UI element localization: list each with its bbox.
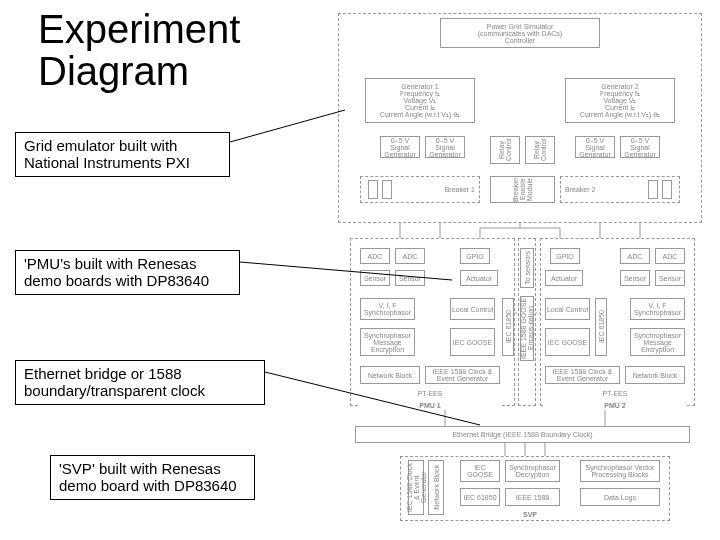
diagram-controller: Power Grid Simulator (communicates with … <box>440 18 600 48</box>
pmu2-clockgen: IEEE 1588 Clock & Event Generator <box>545 366 620 384</box>
diagram-gen2-f: Frequency f₂ <box>600 90 640 97</box>
diagram-relay-left: Relay Control <box>490 136 520 164</box>
pmu1-adc2: ADC <box>395 248 425 264</box>
svp-right1: Synchrophasor Vector Processing Blocks <box>580 460 660 482</box>
diagram-gen1-a: Current Angle (w.r.t V₁) θ₁ <box>380 111 460 118</box>
diagram-breaker-enable: Breaker Enable Module <box>490 176 555 203</box>
diagram-breaker1-sw2 <box>382 180 392 199</box>
pmu2-iec-side-label: IEC 61850 <box>598 310 605 343</box>
diagram-controller-l1: Power Grid Simulator <box>487 23 554 30</box>
diagram-gen1-v: Voltage V₁ <box>404 97 437 104</box>
mid-ieee-goose-label: IEEE 1588 GOOSE Encapsulation <box>520 297 534 360</box>
pmu1-adc1: ADC <box>360 248 390 264</box>
diagram-relay-right: Relay Control <box>525 136 555 164</box>
pmu2-sensor1: Sensor <box>620 270 650 286</box>
diagram-gen1-f: Frequency f₁ <box>400 90 440 97</box>
diagram-gen2-i: Current I₂ <box>605 104 635 111</box>
pmu1-netblock: Network Block <box>360 366 420 384</box>
pmu2-ptees: PT-EES <box>545 388 685 398</box>
diagram-gen2-v: Voltage V₂ <box>604 97 637 104</box>
svg-line-0 <box>230 110 345 142</box>
diagram-breaker1: Breaker 1 <box>360 176 480 203</box>
svp-left1: IEC 1588 Clock & Event Generator <box>408 460 424 515</box>
svp-right2: Data Logs <box>580 488 660 506</box>
pmu2-sensor2: Sensor <box>655 270 685 286</box>
pmu1-gpio: GPIO <box>460 248 490 264</box>
pmu1-encrypt: Synchrophasor Message Encryption <box>360 328 415 356</box>
pmu2-label: PMU 2 <box>545 400 685 410</box>
pmu2-iec-side: IEC 61850 <box>595 298 607 356</box>
callout-ethernet-bridge: Ethernet bridge or 1588 boundary/transpa… <box>15 360 265 405</box>
pmu1-localctrl: Local Control <box>450 298 495 320</box>
diagram-breaker2-sw1 <box>648 180 658 199</box>
diagram-breaker-enable-label: Breaker Enable Module <box>512 177 533 202</box>
diagram-gen1-title: Generator 1 <box>401 83 438 90</box>
diagram-breaker2-sw2 <box>662 180 672 199</box>
callout-grid-emulator: Grid emulator built with National Instru… <box>15 132 230 177</box>
diagram-gen2: Generator 2 Frequency f₂ Voltage V₂ Curr… <box>565 78 675 123</box>
pmu2-gpio: GPIO <box>550 248 580 264</box>
diagram-siggen-2b: 0–5 V Signal Generator <box>620 136 660 158</box>
pmu1-sensor2: Sensor <box>395 270 425 286</box>
svp-left2-label: Network Block <box>433 465 440 510</box>
svp-mid2b: IEEE 1588 <box>505 488 560 506</box>
diagram-siggen-1a: 0–5 V Signal Generator <box>380 136 420 158</box>
title-line1: Experiment <box>38 7 240 51</box>
pmu2-encrypt: Synchrophasor Message Encryption <box>630 328 685 356</box>
pmu1-iec-side-label: IEC 61850 <box>505 310 512 343</box>
pmu1-iec-side: IEC 61850 <box>502 298 514 356</box>
pmu2-netblock: Network Block <box>625 366 685 384</box>
page-title: Experiment Diagram <box>38 8 240 92</box>
diagram-relay-left-label: Relay Control <box>498 137 512 163</box>
diagram-gen2-title: Generator 2 <box>601 83 638 90</box>
diagram-controller-l2: (communicates with DACs) <box>478 30 562 37</box>
callout-pmu: 'PMU's built with Renesas demo boards wi… <box>15 250 240 295</box>
diagram-eth-bridge: Ethernet Bridge (IEEE 1588 Boundary Cloc… <box>355 426 690 443</box>
pmu2-localctrl: Local Control <box>545 298 590 320</box>
mid-ieee-goose: IEEE 1588 GOOSE Encapsulation <box>520 296 534 361</box>
pmu2-sync: V, I, F Synchrophasor <box>630 298 685 320</box>
mid-to-sensors: To sensors <box>520 248 534 288</box>
diagram-breaker1-sw1 <box>368 180 378 199</box>
svp-mid1a: IEC GOOSE <box>460 460 500 482</box>
pmu1-sync: V, I, F Synchrophasor <box>360 298 415 320</box>
diagram-gen1: Generator 1 Frequency f₁ Voltage V₁ Curr… <box>365 78 475 123</box>
svp-mid1b: Synchrophasor Decryption <box>505 460 560 482</box>
pmu1-label: PMU 1 <box>360 400 500 410</box>
pmu1-clockgen: IEEE 1588 Clock & Event Generator <box>425 366 500 384</box>
pmu1-actuator: Actuator <box>460 270 498 286</box>
pmu1-ptees: PT-EES <box>360 388 500 398</box>
diagram-controller-sub: Controller <box>505 37 535 44</box>
svp-left2: Network Block <box>428 460 444 515</box>
diagram-siggen-1b: 0–5 V Signal Generator <box>425 136 465 158</box>
diagram-relay-right-label: Relay Control <box>533 137 547 163</box>
diagram-gen1-i: Current I₁ <box>405 104 435 111</box>
title-line2: Diagram <box>38 49 189 93</box>
pmu1-goose: IEC GOOSE <box>450 328 495 356</box>
mid-to-sensors-label: To sensors <box>524 251 531 285</box>
pmu2-adc2: ADC <box>655 248 685 264</box>
diagram-gen2-a: Current Angle (w.r.t V₂) θ₂ <box>580 111 660 118</box>
svp-left1-label: IEC 1588 Clock & Event Generator <box>406 461 427 514</box>
svp-label: SVP <box>460 508 600 520</box>
pmu2-goose: IEC GOOSE <box>545 328 590 356</box>
diagram-siggen-2a: 0–5 V Signal Generator <box>575 136 615 158</box>
callout-svp: 'SVP' built with Renesas demo board with… <box>50 455 255 500</box>
pmu2-actuator: Actuator <box>545 270 583 286</box>
schematic-diagram: Power Grid Simulator (communicates with … <box>330 8 710 533</box>
svp-mid2a: IEC 61850 <box>460 488 500 506</box>
pmu2-adc1: ADC <box>620 248 650 264</box>
pmu1-sensor1: Sensor <box>360 270 390 286</box>
